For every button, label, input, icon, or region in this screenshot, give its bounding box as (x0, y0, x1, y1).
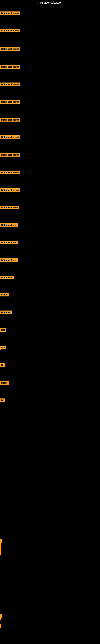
bottleneck-badge: Bottleneck (0, 276, 14, 279)
bottleneck-badge: Bottleneck result (0, 171, 20, 174)
bottleneck-badge: Bottleneck result (0, 153, 20, 156)
bottleneck-badge: Bottleneck result (0, 65, 20, 69)
bottleneck-badge: Bo (0, 398, 5, 402)
bottleneck-badge: Bo (0, 363, 5, 367)
bottleneck-badge: Bottleneck result (0, 135, 20, 139)
bottleneck-badge: Bottleneck result (0, 118, 20, 122)
bottleneck-badge: Bottleneck result (0, 188, 20, 192)
bottleneck-badge: Bottle (0, 293, 9, 296)
vertical-line (0, 539, 1, 556)
bottleneck-badge: Bottlenec (0, 310, 12, 314)
vertical-line (0, 614, 1, 620)
bottleneck-badge: Bottleneck res (0, 241, 18, 244)
site-title: TheBottlenecker.com (0, 0, 100, 5)
bottleneck-badge: Bottleneck result (0, 100, 20, 104)
vertical-line (0, 346, 1, 350)
bottleneck-badge: Bottleneck res (0, 223, 18, 227)
bottleneck-badge: Bottleneck result (0, 12, 20, 15)
vertical-line (0, 624, 1, 628)
bottleneck-badge: Bot (0, 328, 6, 332)
bottleneck-badge: Bottleneck res (0, 258, 18, 262)
bottleneck-badge: Bottle (0, 381, 9, 384)
bottleneck-badge: Bottleneck result (0, 29, 20, 32)
bottleneck-badge: Bottleneck result (0, 82, 20, 86)
bottleneck-badge: Bottleneck resu (0, 206, 19, 209)
bottleneck-badge: Bot (0, 346, 6, 349)
bottleneck-badge: Bottleneck result (0, 47, 20, 51)
